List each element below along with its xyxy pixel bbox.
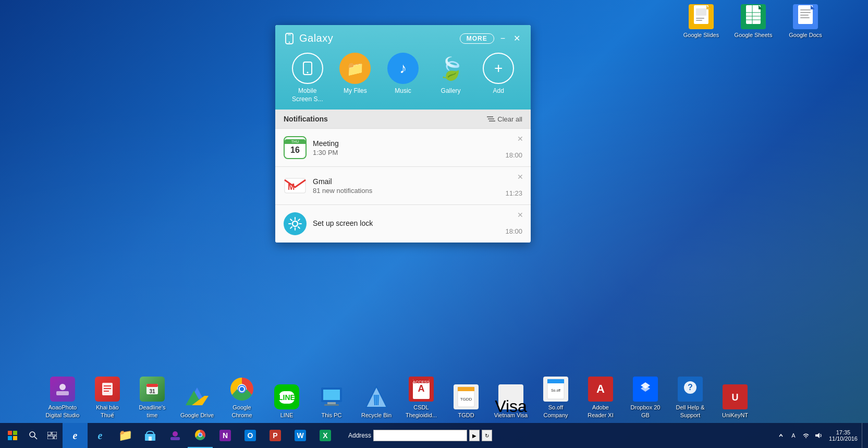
clear-all-button[interactable]: Clear all [487, 115, 522, 123]
address-label: Address [348, 432, 371, 439]
taskbar-onenote[interactable]: N [213, 423, 238, 448]
show-desktop-button[interactable] [862, 423, 866, 448]
taskbar-edge[interactable]: e [88, 423, 113, 448]
thispc-label: This PC [321, 411, 341, 419]
systray-chevron[interactable] [775, 423, 787, 448]
taskbar-aoao[interactable] [163, 423, 188, 448]
address-input[interactable] [373, 430, 467, 441]
systray-volume[interactable] [812, 423, 825, 448]
gallery-icon: 🍃 [435, 53, 467, 84]
phone-icon [284, 33, 295, 44]
address-refresh-button[interactable]: ↻ [482, 430, 492, 441]
desktop-icon-tgdd[interactable]: TGDD TGDD [445, 382, 487, 421]
desktop-icon-thispc[interactable]: This PC [311, 382, 352, 421]
app-icon-music[interactable]: ♪ Music [382, 53, 424, 103]
svg-rect-13 [800, 12, 811, 13]
taskbar-aoao-icon [169, 430, 181, 441]
desktop-icon-khai[interactable]: Khai báoThuế [87, 374, 128, 421]
svg-point-18 [289, 41, 290, 42]
clock-date: 11/10/2016 [829, 435, 858, 442]
taskbar-clock[interactable]: 17:35 11/10/2016 [825, 423, 862, 448]
systray-ime[interactable]: A [787, 423, 800, 448]
screenlock-close-button[interactable]: ✕ [517, 211, 523, 219]
svg-marker-98 [815, 433, 820, 438]
recyclebin-icon [364, 384, 389, 409]
desktop-icon-recyclebin[interactable]: Recycle Bin [356, 382, 397, 421]
gmail-icon: M [284, 174, 307, 197]
tgdd-label: TGDD [458, 411, 474, 419]
desktop-icon-line[interactable]: LINE LINE [266, 382, 308, 421]
desktop-icon-csdl[interactable]: A ACCESS CSDLThegioidid... [400, 374, 442, 421]
start-button[interactable] [0, 423, 25, 448]
ie-icon: e [73, 430, 78, 442]
gdrive-icon [185, 384, 210, 409]
unikey-icon: U [723, 384, 748, 409]
svg-text:LINE: LINE [278, 393, 295, 402]
desktop-icon-google-sheets[interactable]: Google Sheets [732, 4, 774, 39]
svg-point-85 [30, 432, 35, 437]
close-button[interactable]: ✕ [511, 33, 522, 44]
google-slides-icon [689, 4, 714, 29]
desktop-icon-google-docs[interactable]: Google Docs [785, 4, 826, 39]
task-view-button[interactable] [42, 423, 63, 448]
app-icon-mobile-screen[interactable]: MobileScreen S... [287, 53, 328, 103]
notification-item-gmail: M Gmail 81 new notifications ✕ 11:23 [275, 167, 531, 205]
taskbar-ie[interactable]: e [63, 423, 88, 448]
gallery-label: Gallery [441, 87, 461, 95]
svg-text:ACCESS: ACCESS [413, 380, 430, 384]
galaxy-controls: MORE − ✕ [460, 33, 522, 44]
google-sheets-label: Google Sheets [735, 31, 773, 39]
minimize-button[interactable]: − [498, 33, 507, 44]
taskbar-outlook[interactable]: O [238, 423, 263, 448]
adobe-label: AdobeReader XI [588, 404, 614, 419]
desktop-icon-sooff[interactable]: So.off So.offCompany [535, 374, 577, 421]
screenlock-title: Set up screen lock [313, 219, 522, 227]
sooff-label: So.offCompany [543, 404, 568, 419]
svg-line-57 [378, 395, 378, 405]
music-icon: ♪ [387, 53, 419, 84]
taskbar-store[interactable] [138, 423, 163, 448]
search-button[interactable] [25, 427, 42, 444]
desktop-icon-aoao[interactable]: AoaoPhotoDigital Studio [42, 374, 83, 421]
svg-marker-4 [706, 5, 711, 9]
desktop-bottom-icons: AoaoPhotoDigital Studio Khai báoThuế 31 … [42, 374, 756, 421]
desktop-icon-unikey[interactable]: U UniKeyNT [714, 382, 756, 421]
gmail-title: Gmail [313, 177, 522, 186]
add-label: Add [493, 87, 504, 95]
svg-text:M: M [288, 183, 295, 191]
csdl-icon: A ACCESS [409, 377, 434, 402]
app-icon-gallery[interactable]: 🍃 Gallery [430, 53, 472, 103]
outlook-icon: O [244, 430, 256, 441]
app-icon-add[interactable]: + Add [478, 53, 519, 103]
desktop-icon-google-slides[interactable]: Google Slides [680, 4, 722, 39]
screenlock-content: Set up screen lock [313, 219, 522, 228]
meeting-close-button[interactable]: ✕ [517, 135, 523, 142]
desktop-icon-dell[interactable]: ? Dell Help &Support [669, 374, 711, 421]
desktop-icon-dropbox[interactable]: Dropbox 20GB [625, 374, 666, 421]
mobile-screen-icon [292, 53, 323, 84]
desktop-icon-adobe[interactable]: A AdobeReader XI [580, 374, 621, 421]
unikey-label: UniKeyNT [722, 411, 748, 419]
svg-rect-19 [288, 34, 291, 35]
taskbar-excel[interactable]: X [313, 423, 338, 448]
clock-time: 17:35 [836, 429, 851, 435]
desktop-icon-gdrive[interactable]: Google Drive [176, 382, 218, 421]
desktop-icon-chrome[interactable]: GoogleChrome [221, 374, 263, 421]
app-icon-my-files[interactable]: 📁 My Files [334, 53, 376, 103]
svg-rect-90 [54, 436, 57, 439]
desktop-icon-deadline[interactable]: 31 Deadline'stime [131, 374, 173, 421]
systray-network[interactable] [800, 423, 812, 448]
taskbar-file-explorer[interactable]: 📁 [113, 423, 138, 448]
khai-label: Khai báoThuế [96, 404, 118, 419]
svg-rect-87 [47, 432, 51, 435]
taskbar-chrome[interactable] [188, 423, 213, 448]
gmail-close-button[interactable]: ✕ [517, 173, 523, 180]
line-label: LINE [280, 411, 293, 419]
taskbar-word[interactable]: W [288, 423, 313, 448]
more-button[interactable]: MORE [460, 33, 494, 44]
desktop-icon-vvisa[interactable]: VietnamVisa Vietnam Visa [490, 382, 532, 421]
galaxy-header: Galaxy MORE − ✕ MobileScreen S... [275, 25, 531, 110]
taskbar-ppt[interactable]: P [263, 423, 288, 448]
address-go-button[interactable]: ▶ [469, 430, 480, 441]
gmail-subtitle: 81 new notifications [313, 187, 522, 195]
